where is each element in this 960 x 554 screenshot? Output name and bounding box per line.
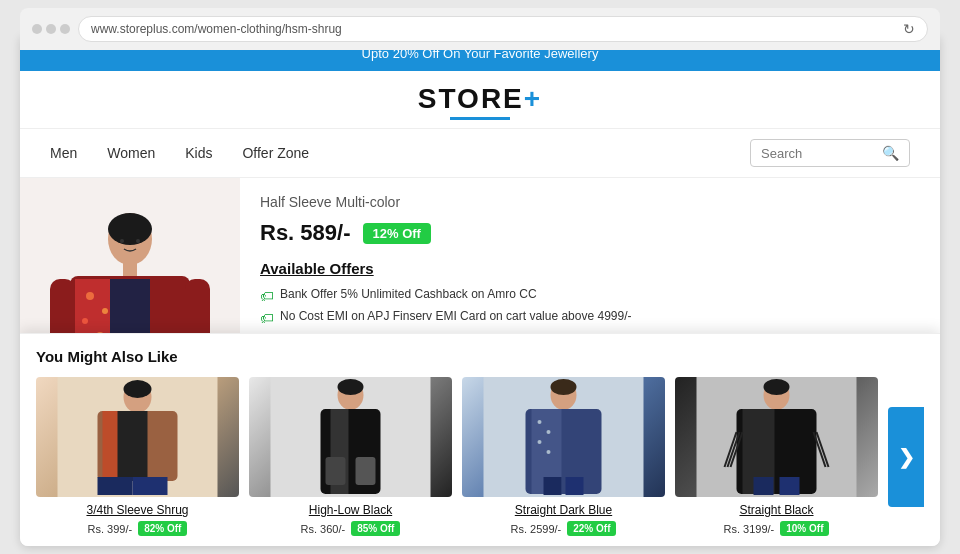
svg-point-44: [547, 450, 551, 454]
nav-offer-zone[interactable]: Offer Zone: [242, 145, 309, 161]
website-container: Upto 20% Off On Your Favorite Jewellery …: [20, 36, 940, 546]
svg-point-31: [338, 379, 364, 395]
next-arrow-button[interactable]: ❯: [888, 407, 924, 507]
svg-rect-27: [98, 477, 133, 495]
nav-kids[interactable]: Kids: [185, 145, 212, 161]
rec-price-row-3: Rs. 2599/- 22% Off: [462, 521, 665, 536]
browser-chrome: www.storeplus.com/women-clothing/hsm-shr…: [20, 8, 940, 50]
rec-item-1[interactable]: 3/4th Sleeve Shrug Rs. 399/- 82% Off: [36, 377, 239, 536]
rec-badge-2: 85% Off: [351, 521, 400, 536]
svg-point-6: [86, 292, 94, 300]
svg-rect-58: [780, 477, 800, 495]
search-input[interactable]: [761, 146, 876, 161]
product-price: Rs. 589/-: [260, 220, 351, 246]
rec-img-2: [249, 377, 452, 497]
svg-point-41: [538, 420, 542, 424]
svg-rect-45: [544, 477, 562, 495]
svg-point-18: [120, 239, 124, 243]
rec-item-2[interactable]: High-Low Black Rs. 360/- 85% Off: [249, 377, 452, 536]
rec-img-1: [36, 377, 239, 497]
svg-rect-28: [133, 477, 168, 495]
rec-price-row-1: Rs. 399/- 82% Off: [36, 521, 239, 536]
rec-item-4[interactable]: Straight Black Rs. 3199/- 10% Off: [675, 377, 878, 536]
svg-point-43: [538, 440, 542, 444]
svg-rect-35: [356, 457, 376, 485]
svg-point-42: [547, 430, 551, 434]
nav-women[interactable]: Women: [107, 145, 155, 161]
svg-rect-57: [754, 477, 774, 495]
refresh-icon[interactable]: ↻: [903, 21, 915, 37]
url-text: www.storeplus.com/women-clothing/hsm-shr…: [91, 22, 342, 36]
rec-name-4: Straight Black: [675, 503, 878, 517]
svg-point-23: [124, 380, 152, 398]
rec-img-3: [462, 377, 665, 497]
svg-point-49: [764, 379, 790, 395]
svg-point-8: [82, 318, 88, 324]
svg-rect-46: [566, 477, 584, 495]
browser-dot-2: [46, 24, 56, 34]
recommendations-title: You Might Also Like: [36, 348, 924, 365]
svg-point-19: [136, 239, 140, 243]
search-bar[interactable]: 🔍: [750, 139, 910, 167]
offer-tag-2: 🏷: [260, 310, 274, 326]
browser-dots: [32, 24, 70, 34]
rec-badge-1: 82% Off: [138, 521, 187, 536]
svg-point-38: [551, 379, 577, 395]
product-subtitle: Half Sleeve Multi-color: [260, 194, 920, 210]
rec-price-3: Rs. 2599/-: [511, 523, 562, 535]
logo-plus: +: [524, 83, 542, 114]
rec-name-2: High-Low Black: [249, 503, 452, 517]
svg-point-7: [102, 308, 108, 314]
rec-badge-3: 22% Off: [567, 521, 616, 536]
rec-price-1: Rs. 399/-: [88, 523, 133, 535]
svg-rect-26: [118, 411, 148, 481]
rec-item-3[interactable]: Straight Dark Blue Rs. 2599/- 22% Off: [462, 377, 665, 536]
nav-men[interactable]: Men: [50, 145, 77, 161]
recommendations-overlay: You Might Also Like 3/4th Sl: [20, 333, 940, 546]
nav-bar: Men Women Kids Offer Zone 🔍: [20, 129, 940, 178]
logo-bar: STORE+: [20, 71, 940, 129]
browser-dot-1: [32, 24, 42, 34]
rec-price-row-2: Rs. 360/- 85% Off: [249, 521, 452, 536]
discount-badge: 12% Off: [363, 223, 431, 244]
rec-name-1: 3/4th Sleeve Shrug: [36, 503, 239, 517]
price-row: Rs. 589/- 12% Off: [260, 220, 920, 246]
offer-text-1: Bank Offer 5% Unlimited Cashback on Amro…: [280, 287, 537, 301]
logo-store: STORE: [418, 83, 524, 114]
rec-price-4: Rs. 3199/-: [724, 523, 775, 535]
logo[interactable]: STORE+: [20, 83, 940, 115]
offer-text-2: No Cost EMI on APJ Finserv EMI Card on c…: [280, 309, 632, 323]
logo-underline: [450, 117, 510, 120]
offer-item-2: 🏷 No Cost EMI on APJ Finserv EMI Card on…: [260, 309, 920, 326]
rec-price-2: Rs. 360/-: [301, 523, 346, 535]
search-icon[interactable]: 🔍: [882, 145, 899, 161]
offer-item-1: 🏷 Bank Offer 5% Unlimited Cashback on Am…: [260, 287, 920, 304]
rec-name-3: Straight Dark Blue: [462, 503, 665, 517]
svg-point-2: [108, 213, 152, 245]
recommendations-grid: 3/4th Sleeve Shrug Rs. 399/- 82% Off: [36, 377, 924, 536]
rec-badge-4: 10% Off: [780, 521, 829, 536]
address-bar[interactable]: www.storeplus.com/women-clothing/hsm-shr…: [78, 16, 928, 42]
browser-dot-3: [60, 24, 70, 34]
svg-rect-34: [326, 457, 346, 485]
offer-tag-1: 🏷: [260, 288, 274, 304]
available-offers-title: Available Offers: [260, 260, 920, 277]
rec-img-4: [675, 377, 878, 497]
rec-price-row-4: Rs. 3199/- 10% Off: [675, 521, 878, 536]
